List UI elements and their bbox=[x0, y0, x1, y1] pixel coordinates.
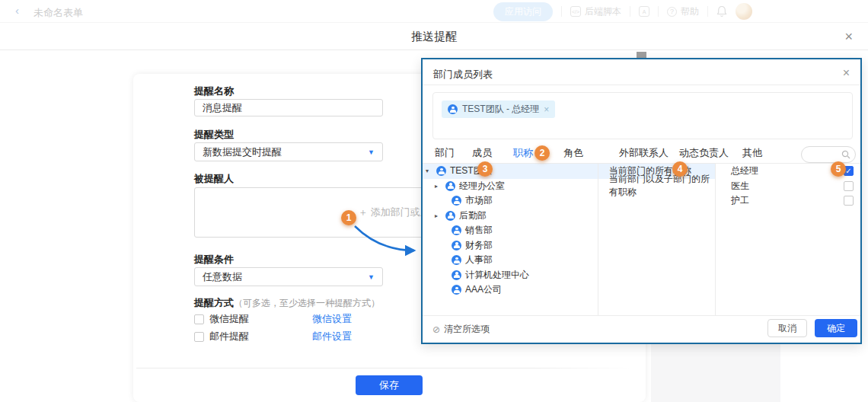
tree-item-label: AAA公司 bbox=[465, 283, 502, 296]
tree-item-sales[interactable]: 销售部 bbox=[423, 223, 598, 238]
title-row-doctor[interactable]: 医生 bbox=[716, 179, 860, 194]
picker-tabs: 部门 成员 职称 角色 外部联系人 动态负责人 其他 bbox=[423, 143, 860, 163]
chevron-down-icon: ▼ bbox=[368, 273, 375, 281]
tree-item-test-team[interactable]: ▾ TEST团队 bbox=[423, 164, 598, 179]
caret-right-icon[interactable]: ▸ bbox=[435, 183, 442, 190]
caret-right-icon[interactable]: ▸ bbox=[435, 212, 442, 219]
title-list: 总经理 ✓ 医生 护工 bbox=[716, 164, 860, 315]
clear-label: 清空所选项 bbox=[444, 323, 490, 336]
tree-item-label: 人事部 bbox=[465, 254, 493, 266]
search-icon bbox=[841, 150, 850, 159]
selected-tag[interactable]: TEST团队 - 总经理 × bbox=[442, 100, 555, 118]
email-settings-link[interactable]: 邮件设置 bbox=[312, 330, 352, 343]
dialog-title: 部门成员列表 bbox=[433, 68, 493, 81]
modal-close-icon[interactable]: × bbox=[844, 29, 853, 45]
tree-item-hr[interactable]: 人事部 bbox=[423, 253, 598, 268]
department-icon bbox=[445, 211, 455, 221]
selected-items-box: TEST团队 - 总经理 × bbox=[432, 92, 853, 139]
background-panel bbox=[651, 344, 780, 402]
department-icon bbox=[452, 196, 461, 206]
checkbox[interactable] bbox=[844, 181, 854, 191]
tab-member[interactable]: 成员 bbox=[472, 146, 492, 160]
annotation-badge-1: 1 bbox=[341, 210, 356, 225]
dialog-close-icon[interactable]: × bbox=[843, 66, 850, 80]
user-avatar[interactable] bbox=[736, 3, 752, 20]
annotation-badge-2: 2 bbox=[535, 145, 550, 161]
tag-remove-icon[interactable]: × bbox=[544, 104, 549, 115]
tab-dynamic-owner[interactable]: 动态负责人 bbox=[679, 146, 729, 160]
divider bbox=[658, 6, 659, 17]
department-icon bbox=[436, 166, 446, 176]
tab-department[interactable]: 部门 bbox=[435, 146, 455, 160]
tree-item-label: 计算机处理中心 bbox=[465, 269, 529, 282]
tree-item-label: 市场部 bbox=[465, 194, 493, 207]
backend-script-label: 后端脚本 bbox=[585, 5, 621, 18]
backend-script-button[interactable]: </> 后端脚本 bbox=[570, 5, 621, 18]
caret-down-icon[interactable]: ▾ bbox=[426, 168, 432, 174]
tab-external-contact[interactable]: 外部联系人 bbox=[619, 146, 669, 160]
divider bbox=[630, 6, 630, 17]
email-label: 邮件提醒 bbox=[209, 330, 249, 343]
title-label: 总经理 bbox=[731, 164, 758, 177]
tab-title[interactable]: 职称 bbox=[513, 146, 533, 160]
search-input[interactable] bbox=[801, 146, 856, 163]
field-a-icon[interactable]: A bbox=[639, 6, 649, 17]
annotation-badge-5: 5 bbox=[831, 161, 846, 177]
save-button[interactable]: 保存 bbox=[356, 375, 423, 395]
help-button[interactable]: ? 帮助 bbox=[667, 5, 699, 18]
reminder-name-input[interactable]: 消息提醒 bbox=[194, 99, 383, 116]
chevron-down-icon: ▼ bbox=[368, 148, 375, 156]
wechat-reminder-option[interactable]: 微信提醒 bbox=[194, 312, 249, 326]
annotation-badge-3: 3 bbox=[477, 161, 493, 177]
checkbox[interactable] bbox=[844, 196, 854, 206]
cancel-button[interactable]: 取消 bbox=[767, 319, 807, 337]
tree-item-manager-office[interactable]: ▸ 经理办公室 bbox=[423, 179, 598, 194]
recipient-label: 被提醒人 bbox=[194, 172, 234, 186]
scope-current-and-sub-dept[interactable]: 当前部门以及子部门的所有职称 bbox=[598, 179, 715, 194]
email-checkbox[interactable] bbox=[194, 332, 204, 342]
wechat-checkbox[interactable] bbox=[194, 314, 204, 324]
title-row-caregiver[interactable]: 护工 bbox=[716, 193, 860, 209]
clear-icon: ⊘ bbox=[432, 324, 440, 335]
condition-select[interactable]: 任意数据 ▼ bbox=[194, 267, 383, 286]
tree-item-aaa-company[interactable]: AAA公司 bbox=[423, 282, 598, 298]
tree-item-marketing[interactable]: 市场部 bbox=[423, 193, 598, 209]
tree-item-label: 后勤部 bbox=[459, 209, 487, 222]
tree-item-label: 经理办公室 bbox=[459, 180, 505, 193]
tree-item-logistics[interactable]: ▸ 后勤部 bbox=[423, 209, 598, 224]
email-reminder-option[interactable]: 邮件提醒 bbox=[194, 330, 249, 343]
department-icon bbox=[452, 270, 461, 280]
tab-other[interactable]: 其他 bbox=[742, 146, 762, 160]
scope-list: 当前部门的所有职称 当前部门以及子部门的所有职称 bbox=[598, 164, 716, 315]
bell-icon[interactable] bbox=[716, 5, 727, 18]
annotation-badge-4: 4 bbox=[672, 161, 688, 177]
reminder-name-value: 消息提醒 bbox=[203, 101, 242, 115]
code-icon: </> bbox=[570, 6, 581, 17]
tree-item-label: 财务部 bbox=[465, 239, 493, 252]
tab-role[interactable]: 角色 bbox=[563, 146, 583, 160]
condition-value: 任意数据 bbox=[203, 270, 242, 284]
tree-item-label: 销售部 bbox=[465, 224, 493, 237]
divider bbox=[423, 85, 860, 85]
department-icon bbox=[445, 181, 455, 191]
title-label: 护工 bbox=[731, 194, 749, 207]
tree-item-finance[interactable]: 财务部 bbox=[423, 238, 598, 254]
wechat-settings-link[interactable]: 微信设置 bbox=[312, 312, 352, 326]
department-tree: ▾ TEST团队 ▸ 经理办公室 市场部 ▸ 后勤部 销售部 财务部 人事 bbox=[423, 164, 598, 315]
divider bbox=[136, 368, 631, 368]
department-icon bbox=[452, 241, 461, 250]
app-access-button[interactable]: 应用访问 bbox=[493, 2, 553, 21]
divider bbox=[423, 315, 860, 316]
reminder-name-label: 提醒名称 bbox=[194, 85, 234, 98]
clear-selection-button[interactable]: ⊘ 清空所选项 bbox=[432, 323, 490, 336]
member-picker-dialog: 部门成员列表 × TEST团队 - 总经理 × 部门 成员 职称 角色 外部联系… bbox=[421, 58, 862, 344]
reminder-type-label: 提醒类型 bbox=[194, 128, 234, 142]
tree-item-computer-center[interactable]: 计算机处理中心 bbox=[423, 268, 598, 283]
question-icon: ? bbox=[667, 7, 677, 17]
department-icon bbox=[452, 255, 461, 265]
reminder-type-value: 新数据提交时提醒 bbox=[203, 145, 282, 159]
reminder-type-select[interactable]: 新数据提交时提醒 ▼ bbox=[194, 142, 383, 161]
method-label: 提醒方式（可多选，至少选择一种提醒方式） bbox=[194, 296, 380, 310]
confirm-button[interactable]: 确定 bbox=[815, 319, 857, 337]
back-button[interactable]: ‹ bbox=[15, 4, 19, 17]
